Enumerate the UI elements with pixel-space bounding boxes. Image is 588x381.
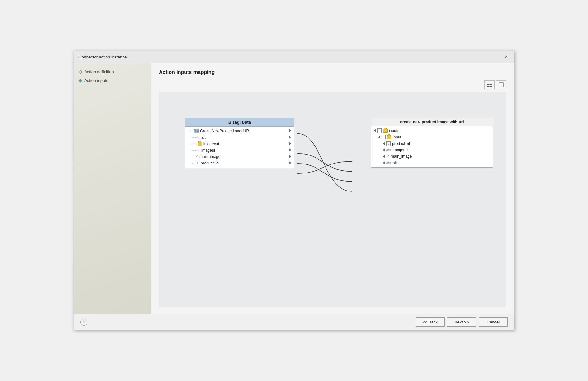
dash-line: ┄ (192, 136, 194, 139)
tree-row-imageout: + imageout (185, 141, 294, 147)
create-label: CreateNewProductImageUR (200, 129, 249, 133)
layout-toolbar-button[interactable] (496, 80, 506, 89)
abc-icon: abc (386, 161, 391, 164)
check-icon: ✓ (195, 155, 198, 159)
right-arrow-icon (289, 129, 291, 132)
next-button[interactable]: Next >> (447, 317, 476, 327)
toolbar-row (159, 80, 506, 89)
arrow-connector-3 (289, 148, 291, 153)
num-icon: 1 (386, 141, 391, 146)
mapping-area: Bizagi Data - (159, 92, 506, 307)
svg-point-17 (194, 129, 195, 130)
arrow-connector-0 (289, 129, 291, 133)
create-panel-header: create-new-product-image-with-url (371, 118, 493, 126)
close-button[interactable]: × (503, 54, 510, 60)
bizagi-panel-header: Bizagi Data (185, 118, 294, 127)
sidebar-item-label: Action inputs (84, 78, 108, 83)
expand-icon[interactable]: + (192, 142, 196, 146)
tree-row-r-main-image: ✓ main_image (371, 153, 493, 160)
tree-row-create: - (185, 128, 294, 134)
folder-icon (198, 142, 202, 146)
diamond-icon (78, 70, 82, 74)
cancel-button[interactable]: Cancel (479, 317, 508, 327)
left-arrow-icon (383, 161, 385, 164)
tree-row-imageurl: ┄ abc imageurl (185, 147, 294, 154)
inputs-label: inputs (389, 128, 399, 133)
folder-icon (387, 135, 391, 139)
left-arrow-icon (378, 136, 380, 139)
tree-row-r-imageurl: abc imageurl (371, 147, 493, 153)
right-arrow-icon (289, 136, 291, 139)
dash-line: ┄ (192, 162, 194, 165)
abc-icon: abc (386, 148, 391, 152)
expand-icon[interactable]: - (188, 129, 192, 133)
folder-icon (383, 129, 388, 133)
r-alt-label: alt (393, 161, 397, 165)
right-panel-create: create-new-product-image-with-url - inpu… (371, 118, 493, 168)
dialog-window: Connector action instance × Action defin… (74, 51, 514, 330)
mapping-inner: Bizagi Data - (159, 92, 506, 307)
check-icon: ✓ (386, 154, 390, 159)
right-arrow-icon (289, 142, 291, 145)
svg-rect-6 (487, 86, 489, 87)
dialog-body: Action definition Action inputs Action i… (74, 63, 514, 314)
map-toolbar-button[interactable] (484, 80, 495, 89)
sidebar-item-action-definition[interactable]: Action definition (79, 69, 146, 74)
left-panel-bizagi: Bizagi Data - (185, 118, 294, 168)
abc-icon: abc (195, 136, 200, 139)
dash-line: ┄ (192, 155, 194, 159)
r-imageurl-label: imageurl (393, 148, 408, 152)
tree-row-inputs: - inputs (371, 128, 493, 134)
tree-row-main-image: ┄ ✓ main_image (185, 154, 294, 160)
diamond-icon (78, 79, 82, 82)
svg-rect-1 (490, 83, 492, 83)
bizagi-panel-body: - (185, 127, 294, 168)
tree-row-alt: ┄ abc alt (185, 134, 294, 141)
table-icon (194, 129, 199, 133)
bottom-buttons: << Back Next >> Cancel (416, 317, 508, 327)
arrow-connector-5 (289, 161, 291, 165)
bottom-bar: ? << Back Next >> Cancel (74, 314, 514, 330)
svg-rect-3 (487, 84, 489, 85)
r-product-id-label: product_id (392, 141, 410, 146)
svg-rect-4 (490, 84, 492, 85)
product-id-label: product_id (201, 161, 219, 165)
r-main-image-label: main_image (391, 154, 412, 159)
abc-icon: abc (195, 149, 200, 152)
sidebar: Action definition Action inputs (74, 63, 151, 314)
sidebar-item-label: Action definition (84, 69, 114, 74)
main-content: Action inputs mapping (151, 63, 514, 314)
expand-icon[interactable]: - (381, 135, 386, 139)
back-button[interactable]: << Back (416, 317, 445, 327)
arrow-connector-1 (289, 135, 291, 140)
map-icon (487, 82, 492, 87)
svg-rect-0 (487, 83, 489, 83)
help-button[interactable]: ? (80, 319, 87, 326)
tree-row-input: - input (371, 134, 493, 140)
input-label: input (393, 135, 401, 139)
num-icon: 1 (195, 161, 199, 165)
tree-row-r-alt: abc alt (371, 160, 493, 166)
imageout-label: imageout (203, 142, 219, 146)
dialog-title: Connector action instance (78, 55, 127, 59)
tree-row-r-product-id: 1 product_id (371, 140, 493, 147)
title-bar: Connector action instance × (74, 51, 514, 63)
left-arrow-icon (383, 148, 385, 152)
left-arrow-icon (383, 142, 385, 145)
sidebar-item-action-inputs[interactable]: Action inputs (79, 78, 146, 83)
svg-rect-7 (490, 86, 492, 87)
expand-icon[interactable]: - (377, 128, 382, 133)
right-arrow-icon (289, 155, 291, 158)
create-panel-body: - inputs - input (371, 126, 493, 167)
arrow-connector-2 (289, 142, 291, 146)
left-arrow-icon (383, 155, 385, 158)
right-arrow-icon (289, 148, 291, 152)
left-arrow-icon (374, 129, 376, 132)
tree-row-product-id: ┄ 1 product_id (185, 160, 294, 166)
section-title: Action inputs mapping (159, 69, 506, 75)
dash-line: ┄ (192, 149, 194, 152)
alt-label: alt (201, 135, 206, 140)
imageurl-label: imageurl (201, 148, 216, 153)
layout-icon (499, 82, 504, 87)
right-arrow-icon (289, 161, 291, 164)
